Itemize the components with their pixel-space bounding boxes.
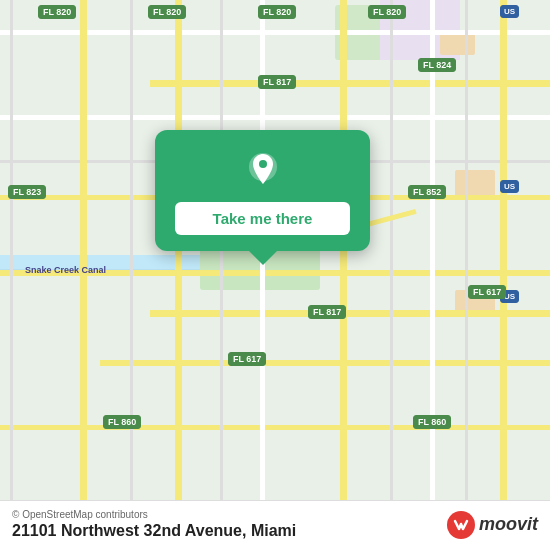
road-v-5 bbox=[430, 0, 435, 550]
road-h-6 bbox=[100, 360, 550, 366]
label-fl-860-2: FL 860 bbox=[413, 415, 451, 429]
road-v-6 bbox=[500, 0, 507, 550]
label-fl-817-1: FL 817 bbox=[258, 75, 296, 89]
map-container: FL 820 FL 820 FL 820 FL 820 US FL 817 FL… bbox=[0, 0, 550, 550]
moovit-brand-text: moovit bbox=[479, 514, 538, 535]
popup-card: Take me there bbox=[155, 130, 370, 251]
label-fl-617-2: FL 617 bbox=[468, 285, 506, 299]
label-snake-creek: Snake Creek Canal bbox=[25, 265, 106, 275]
label-fl-817-2: FL 817 bbox=[308, 305, 346, 319]
label-us-1: US bbox=[500, 5, 519, 18]
road-v-thin-4 bbox=[390, 0, 393, 550]
road-v-2 bbox=[175, 0, 182, 550]
bottom-bar: © OpenStreetMap contributors 21101 North… bbox=[0, 500, 550, 550]
map-attribution: © OpenStreetMap contributors bbox=[12, 509, 296, 520]
label-fl-820-3: FL 820 bbox=[258, 5, 296, 19]
moovit-icon bbox=[447, 511, 475, 539]
road-h-yellow-1 bbox=[150, 80, 550, 87]
address-text: 21101 Northwest 32nd Avenue, Miami bbox=[12, 522, 296, 540]
moovit-logo: moovit bbox=[447, 511, 538, 539]
label-us-2: US bbox=[500, 180, 519, 193]
label-fl-824: FL 824 bbox=[418, 58, 456, 72]
address-block: © OpenStreetMap contributors 21101 North… bbox=[12, 509, 296, 540]
road-h-5 bbox=[150, 310, 550, 317]
take-me-there-button[interactable]: Take me there bbox=[175, 202, 350, 235]
label-fl-852: FL 852 bbox=[408, 185, 446, 199]
road-v-thin-1 bbox=[10, 0, 13, 550]
label-fl-820-4: FL 820 bbox=[368, 5, 406, 19]
map-pin-icon bbox=[241, 148, 285, 192]
road-v-thin-2 bbox=[130, 0, 133, 550]
road-v-4 bbox=[340, 0, 347, 550]
road-v-thin-5 bbox=[465, 0, 468, 550]
label-fl-860-1: FL 860 bbox=[103, 415, 141, 429]
label-fl-823: FL 823 bbox=[8, 185, 46, 199]
label-fl-617-1: FL 617 bbox=[228, 352, 266, 366]
label-fl-820-1: FL 820 bbox=[38, 5, 76, 19]
road-v-thin-3 bbox=[220, 0, 223, 550]
svg-point-1 bbox=[259, 160, 267, 168]
road-v-1 bbox=[80, 0, 87, 550]
label-fl-820-2: FL 820 bbox=[148, 5, 186, 19]
